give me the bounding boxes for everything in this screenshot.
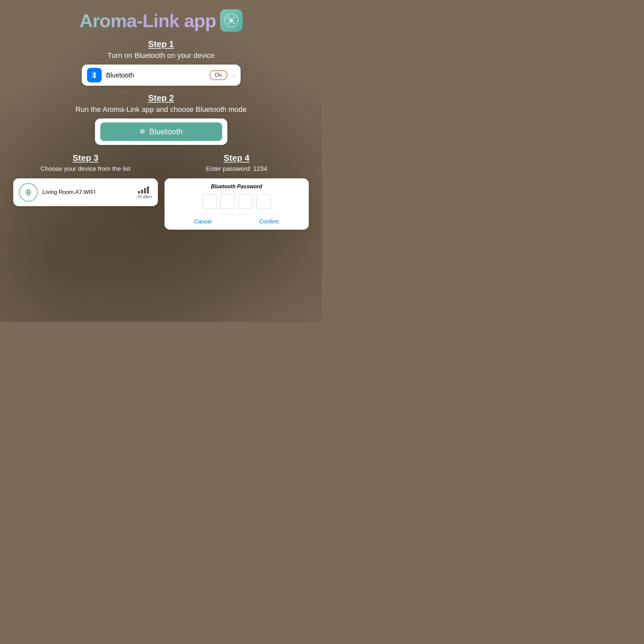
bluetooth-settings-row[interactable]: Bluetooth On › — [82, 65, 241, 86]
signal-bar-1 — [138, 191, 140, 194]
step2-desc: Run the Aroma-Link app and choose Blueto… — [75, 105, 247, 114]
step1-desc: Turn on Bluetooth on your device — [108, 51, 214, 60]
step2-heading: Step 2 — [148, 93, 174, 103]
app-title-row: Aroma-Link app — [79, 9, 242, 32]
pin-input-row — [170, 194, 303, 209]
bluetooth-icon — [90, 71, 99, 79]
app-title: Aroma-Link app — [79, 10, 216, 31]
svg-point-1 — [229, 19, 233, 23]
device-avatar — [19, 183, 38, 202]
pin-box-4[interactable] — [256, 194, 271, 209]
password-dialog: Bluetooth Password Cancel Confirm — [164, 178, 309, 230]
svg-point-2 — [228, 17, 230, 19]
bluetooth-on-badge[interactable]: On — [209, 70, 227, 80]
signal-bar-3 — [144, 188, 146, 194]
signal-bars — [138, 186, 149, 194]
mode-selection-card: ✲ Bluetooth — [95, 118, 227, 145]
svg-point-5 — [233, 22, 235, 24]
pin-box-2[interactable] — [220, 194, 235, 209]
step3-heading: Step 3 — [72, 153, 98, 163]
device-name: Living Room.A7.WIFI — [42, 189, 131, 196]
device-list-card[interactable]: Living Room.A7.WIFI -70 dBm — [13, 178, 158, 206]
app-icon-svg — [224, 13, 239, 28]
svg-point-4 — [228, 22, 230, 24]
device-avatar-icon — [23, 187, 34, 198]
main-container: Aroma-Link app Step 1 Turn on Bluetooth … — [0, 0, 322, 322]
cancel-button[interactable]: Cancel — [188, 218, 218, 225]
signal-bar-4 — [147, 186, 149, 194]
signal-dbm: -70 dBm — [135, 194, 152, 199]
step3-desc: Choose your device from the list — [41, 165, 130, 172]
step4-col: Step 4 Enter password: 1234 Bluetooth Pa… — [164, 153, 309, 230]
app-icon — [220, 9, 243, 32]
bluetooth-mode-button[interactable]: ✲ Bluetooth — [100, 122, 222, 141]
step4-heading: Step 4 — [224, 153, 250, 163]
dialog-title: Bluetooth Password — [170, 184, 303, 190]
dialog-actions: Cancel Confirm — [170, 214, 303, 225]
bluetooth-mode-icon: ✲ — [139, 127, 145, 136]
bluetooth-mode-label: Bluetooth — [149, 127, 183, 136]
bluetooth-icon-box — [87, 68, 102, 82]
svg-point-3 — [233, 17, 235, 19]
steps-bottom-row: Step 3 Choose your device from the list … — [13, 153, 309, 230]
pin-box-3[interactable] — [238, 194, 253, 209]
signal-bar-2 — [141, 190, 143, 194]
chevron-right-icon: › — [233, 72, 235, 79]
step3-col: Step 3 Choose your device from the list … — [13, 153, 158, 206]
step4-desc: Enter password: 1234 — [206, 165, 267, 172]
pin-box-1[interactable] — [203, 194, 217, 209]
step1-heading: Step 1 — [148, 39, 174, 49]
signal-strength-col: -70 dBm — [135, 186, 152, 199]
confirm-button[interactable]: Confirm — [253, 218, 286, 225]
bluetooth-label: Bluetooth — [106, 71, 205, 79]
